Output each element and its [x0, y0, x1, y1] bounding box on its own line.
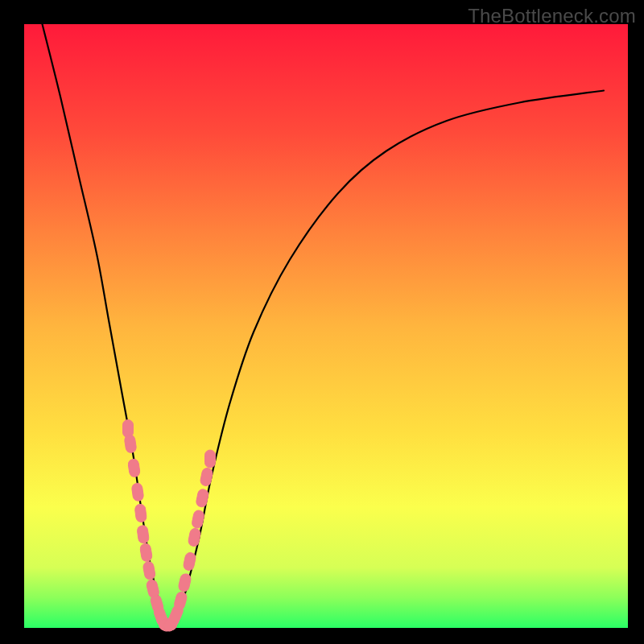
marker-point [173, 591, 188, 611]
marker-point [178, 573, 192, 592]
marker-point [124, 434, 137, 453]
marker-point [200, 467, 213, 486]
marker-point [139, 543, 152, 562]
marker-point [134, 504, 147, 522]
marker-cluster [123, 420, 216, 634]
marker-point [137, 525, 150, 544]
marker-point [183, 551, 196, 571]
marker-point [142, 561, 156, 580]
marker-point [131, 482, 144, 502]
marker-point [196, 489, 209, 508]
bottleneck-curve [43, 24, 605, 625]
marker-point [188, 527, 201, 547]
marker-point [205, 450, 216, 468]
marker-point [127, 458, 140, 477]
curve-layer [24, 24, 628, 628]
marker-point [191, 510, 204, 529]
